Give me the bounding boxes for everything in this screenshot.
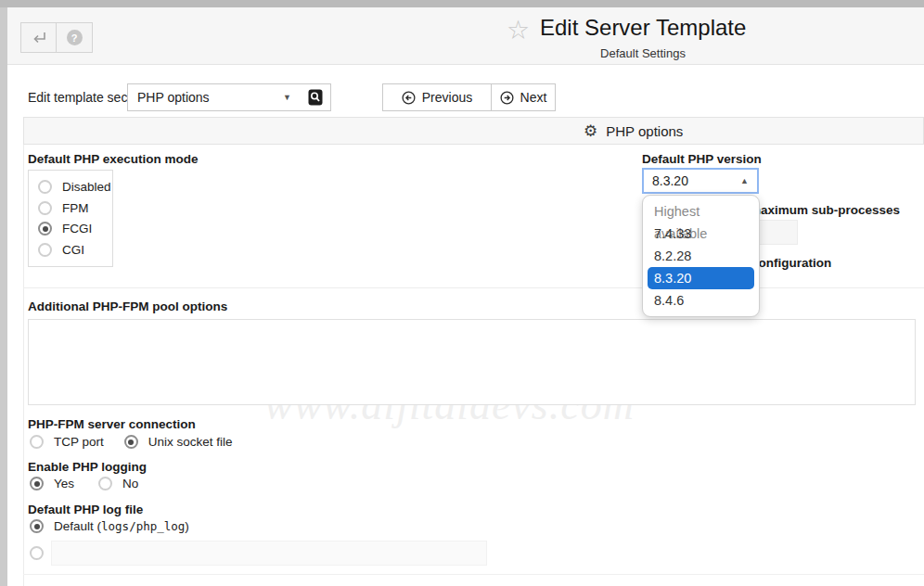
radio-label: FCGI xyxy=(62,222,92,236)
circle-arrow-left-icon xyxy=(402,91,416,105)
radio-icon xyxy=(30,435,44,449)
radio-cgi[interactable]: CGI xyxy=(38,243,103,257)
back-arrow-icon xyxy=(31,31,47,45)
dropdown-option-highest[interactable]: Highest available xyxy=(643,200,759,223)
radio-disabled[interactable]: Disabled xyxy=(38,180,103,194)
radio-label: Unix socket file xyxy=(148,435,233,449)
configuration-label: configuration xyxy=(751,256,831,270)
max-subprocesses-label: maximum sub-processes xyxy=(750,203,900,217)
help-button[interactable]: ? xyxy=(57,22,93,53)
radio-icon-selected xyxy=(30,477,44,490)
sidebar-edge-strip xyxy=(0,7,7,586)
prev-next-group: Previous Next xyxy=(382,83,556,111)
pool-options-label: Additional PHP-FPM pool options xyxy=(28,299,227,313)
radio-icon-selected xyxy=(124,435,138,449)
dropdown-option-846[interactable]: 8.4.6 xyxy=(643,289,759,312)
radio-logging-yes[interactable]: Yes xyxy=(30,477,74,490)
dropdown-option-8320-selected[interactable]: 8.3.20 xyxy=(648,267,754,289)
page-header: ? ☆ Edit Server Template Default Setting… xyxy=(7,7,924,65)
execution-mode-group: Disabled FPM FCGI CGI xyxy=(28,170,113,267)
radio-tcp-port[interactable]: TCP port xyxy=(30,435,104,449)
magnifier-document-icon xyxy=(308,89,323,106)
radio-icon xyxy=(38,243,52,257)
radio-label: FPM xyxy=(62,201,89,215)
logging-label: Enable PHP logging xyxy=(28,460,147,474)
radio-label: CGI xyxy=(62,243,84,257)
radio-unix-socket[interactable]: Unix socket file xyxy=(124,435,233,449)
radio-icon xyxy=(38,201,52,215)
php-version-label: Default PHP version xyxy=(642,152,762,166)
dropdown-option-8228[interactable]: 8.2.28 xyxy=(643,245,759,267)
radio-label: Disabled xyxy=(62,180,111,194)
server-connection-label: PHP-FPM server connection xyxy=(28,417,196,431)
window-top-strip xyxy=(0,0,924,7)
section-header-bar: ⚙ PHP options xyxy=(23,117,924,145)
back-button[interactable] xyxy=(20,22,57,53)
section-title-text: PHP options xyxy=(606,123,683,139)
radio-icon-selected xyxy=(38,222,52,236)
radio-fcgi[interactable]: FCGI xyxy=(38,222,103,236)
template-section-value: PHP options xyxy=(137,90,210,105)
star-icon[interactable]: ☆ xyxy=(507,15,530,46)
gear-icon: ⚙ xyxy=(584,121,597,141)
log-file-label: Default PHP log file xyxy=(28,503,143,516)
previous-button[interactable]: Previous xyxy=(382,83,492,111)
next-label: Next xyxy=(520,90,547,105)
bottom-divider xyxy=(23,574,924,575)
radio-label: Yes xyxy=(54,477,74,490)
chevron-up-icon: ▲ xyxy=(740,176,749,185)
radio-label: TCP port xyxy=(54,435,104,449)
server-connection-group: TCP port Unix socket file xyxy=(30,435,233,449)
radio-logging-no[interactable]: No xyxy=(98,477,138,490)
section-title: ⚙ PHP options xyxy=(584,118,683,144)
log-default-text: Default (logs/php_log) xyxy=(54,519,189,533)
log-path-code: logs/php_log xyxy=(101,519,185,533)
php-version-dropdown: Highest available 7.4.33 8.2.28 8.3.20 8… xyxy=(642,195,760,317)
chevron-down-icon: ▼ xyxy=(283,93,291,102)
php-version-value: 8.3.20 xyxy=(652,173,688,188)
circle-arrow-right-icon xyxy=(500,91,514,105)
header-button-group: ? xyxy=(20,22,93,53)
radio-fpm[interactable]: FPM xyxy=(38,201,103,215)
radio-icon xyxy=(98,477,112,490)
logging-group: Yes No xyxy=(30,477,138,490)
preview-section-button[interactable] xyxy=(301,83,331,111)
row-divider xyxy=(23,287,924,288)
radio-icon-selected xyxy=(30,519,44,533)
template-section-select[interactable]: PHP options ▼ xyxy=(127,83,302,111)
radio-icon xyxy=(38,180,52,194)
php-version-select[interactable]: 8.3.20 ▲ xyxy=(642,168,759,194)
next-button[interactable]: Next xyxy=(492,83,556,111)
help-icon: ? xyxy=(67,30,83,45)
radio-log-custom[interactable] xyxy=(30,546,44,560)
page-subtitle: Default Settings xyxy=(540,46,746,60)
panel-border xyxy=(23,145,24,586)
pool-options-textarea[interactable] xyxy=(28,319,916,405)
previous-label: Previous xyxy=(422,90,472,105)
radio-log-default[interactable]: Default (logs/php_log) xyxy=(30,519,189,533)
execution-mode-label: Default PHP execution mode xyxy=(28,152,199,166)
page-title: Edit Server Template xyxy=(540,15,746,41)
radio-icon xyxy=(30,546,44,560)
radio-label: No xyxy=(122,477,138,490)
custom-log-file-input[interactable] xyxy=(51,541,487,566)
